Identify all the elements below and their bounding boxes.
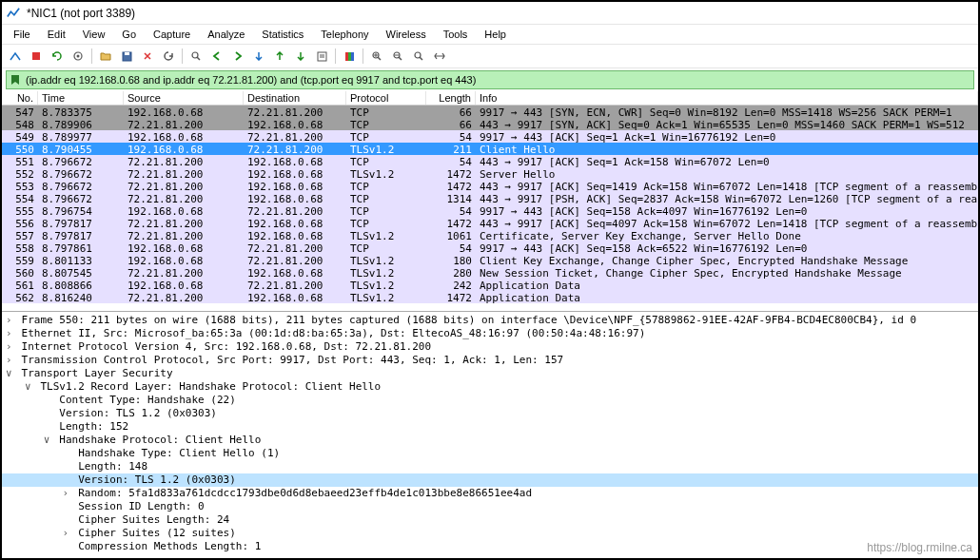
packet-row[interactable]: 5578.79781772.21.81.200192.168.0.68TLSv1… — [2, 229, 978, 241]
zoom-reset-icon[interactable] — [409, 47, 428, 66]
display-filter-bar — [6, 70, 974, 89]
detail-row[interactable]: › Ethernet II, Src: Microsof_ba:65:3a (0… — [2, 327, 978, 340]
svg-line-16 — [420, 57, 422, 60]
detail-row[interactable]: Version: TLS 1.2 (0x0303) — [2, 473, 978, 487]
menu-edit[interactable]: Edit — [40, 27, 73, 42]
reload-icon[interactable] — [159, 47, 178, 66]
col-src[interactable]: Source — [124, 91, 244, 105]
zoom-out-icon[interactable] — [388, 47, 407, 66]
col-dst[interactable]: Destination — [244, 91, 346, 105]
menu-analyze[interactable]: Analyze — [200, 27, 252, 42]
col-proto[interactable]: Protocol — [346, 91, 426, 105]
detail-row[interactable]: › Frame 550: 211 bytes on wire (1688 bit… — [2, 314, 978, 327]
menu-view[interactable]: View — [75, 27, 113, 42]
col-time[interactable]: Time — [38, 91, 124, 105]
menu-telephony[interactable]: Telephony — [313, 27, 376, 42]
packet-row[interactable]: 5598.801133192.168.0.6872.21.81.200TLSv1… — [2, 254, 978, 266]
detail-row[interactable]: Session ID Length: 0 — [2, 500, 978, 513]
zoom-in-icon[interactable] — [367, 47, 386, 66]
close-icon[interactable] — [138, 47, 157, 66]
cell-dst: 192.168.0.68 — [244, 291, 346, 303]
menu-file[interactable]: File — [6, 27, 38, 42]
restart-capture-icon[interactable] — [48, 47, 67, 66]
packet-row[interactable]: 5628.81624072.21.81.200192.168.0.68TLSv1… — [2, 291, 978, 303]
cell-src: 72.21.81.200 — [124, 229, 244, 241]
detail-row[interactable]: Handshake Type: Client Hello (1) — [2, 447, 978, 460]
capture-options-icon[interactable] — [69, 47, 88, 66]
menu-tools[interactable]: Tools — [436, 27, 476, 42]
cell-dst: 192.168.0.68 — [244, 180, 346, 192]
expand-icon[interactable]: › — [6, 314, 15, 327]
stop-capture-icon[interactable] — [27, 47, 46, 66]
svg-rect-8 — [345, 52, 348, 61]
packet-row[interactable]: 5568.79781772.21.81.200192.168.0.68TCP14… — [2, 217, 978, 229]
expand-icon[interactable]: › — [63, 527, 72, 540]
packet-row[interactable]: 5528.79667272.21.81.200192.168.0.68TLSv1… — [2, 167, 978, 180]
open-icon[interactable] — [96, 47, 115, 66]
detail-text: Content Type: Handshake (22) — [53, 394, 236, 406]
cell-len: 54 — [426, 130, 476, 143]
col-no[interactable]: No. — [2, 91, 38, 105]
display-filter-input[interactable] — [24, 74, 973, 86]
packet-row[interactable]: 5588.797861192.168.0.6872.21.81.200TCP54… — [2, 241, 978, 254]
start-capture-icon[interactable] — [6, 47, 25, 66]
packet-row[interactable]: 5618.808866192.168.0.6872.21.81.200TLSv1… — [2, 279, 978, 291]
expand-icon[interactable]: › — [6, 354, 15, 367]
packet-row[interactable]: 5558.796754192.168.0.6872.21.81.200TCP54… — [2, 204, 978, 217]
packet-row[interactable]: 5548.79667272.21.81.200192.168.0.68TCP13… — [2, 192, 978, 204]
detail-row[interactable]: › Internet Protocol Version 4, Src: 192.… — [2, 340, 978, 354]
menu-wireless[interactable]: Wireless — [379, 27, 434, 42]
packet-row[interactable]: 5518.79667272.21.81.200192.168.0.68TCP54… — [2, 155, 978, 167]
goto-first-icon[interactable] — [270, 47, 289, 66]
cell-proto: TCP — [346, 118, 426, 130]
detail-row[interactable]: Cipher Suites Length: 24 — [2, 513, 978, 527]
menu-capture[interactable]: Capture — [146, 27, 198, 42]
back-icon[interactable] — [207, 47, 226, 66]
cell-no: 560 — [2, 266, 38, 279]
col-len[interactable]: Length — [426, 91, 476, 105]
auto-scroll-icon[interactable] — [312, 47, 331, 66]
col-info[interactable]: Info — [476, 91, 978, 105]
colorize-icon[interactable] — [340, 47, 359, 66]
find-icon[interactable] — [186, 47, 206, 66]
packet-details-pane[interactable]: › Frame 550: 211 bytes on wire (1688 bit… — [2, 312, 978, 560]
detail-row[interactable]: Version: TLS 1.2 (0x0303) — [2, 407, 978, 420]
detail-row[interactable]: Compression Methods Length: 1 — [2, 540, 978, 553]
detail-row[interactable]: › Random: 5fa1d833a761dcdcc1793dbe0d6d8e… — [2, 487, 978, 500]
detail-row[interactable]: › Cipher Suites (12 suites) — [2, 527, 978, 540]
jump-icon[interactable] — [249, 47, 268, 66]
detail-text: Cipher Suites Length: 24 — [72, 513, 230, 526]
detail-row[interactable]: Length: 152 — [2, 420, 978, 434]
collapse-icon[interactable]: ∨ — [44, 434, 53, 447]
resize-columns-icon[interactable] — [430, 47, 449, 66]
save-icon[interactable] — [117, 47, 136, 66]
detail-row[interactable]: Content Type: Handshake (22) — [2, 394, 978, 407]
collapse-icon[interactable]: ∨ — [25, 380, 34, 394]
expand-icon[interactable]: › — [6, 340, 15, 354]
toolbar — [2, 44, 978, 68]
cell-dst: 72.21.81.200 — [244, 254, 346, 266]
filter-bookmark-icon[interactable] — [7, 74, 24, 86]
menu-go[interactable]: Go — [114, 27, 144, 42]
menu-help[interactable]: Help — [477, 27, 514, 42]
packet-row[interactable]: 5538.79667272.21.81.200192.168.0.68TCP14… — [2, 180, 978, 192]
forward-icon[interactable] — [228, 47, 247, 66]
cell-time: 8.797817 — [38, 217, 124, 229]
packet-row[interactable]: 5478.783375192.168.0.6872.21.81.200TCP66… — [2, 106, 978, 118]
menu-statistics[interactable]: Statistics — [254, 27, 311, 42]
packet-row[interactable]: 5488.78990672.21.81.200192.168.0.68TCP66… — [2, 118, 978, 130]
packet-row[interactable]: 5498.789977192.168.0.6872.21.81.200TCP54… — [2, 130, 978, 143]
packet-list-header[interactable]: No. Time Source Destination Protocol Len… — [2, 91, 978, 106]
expand-icon[interactable]: › — [6, 327, 15, 340]
detail-row[interactable]: ∨ Transport Layer Security — [2, 367, 978, 380]
packet-row[interactable]: 5508.790455192.168.0.6872.21.81.200TLSv1… — [2, 143, 978, 155]
packet-row[interactable]: 5608.80754572.21.81.200192.168.0.68TLSv1… — [2, 266, 978, 279]
detail-row[interactable]: ∨ TLSv1.2 Record Layer: Handshake Protoc… — [2, 380, 978, 394]
collapse-icon[interactable]: ∨ — [6, 367, 15, 380]
expand-icon[interactable]: › — [63, 487, 72, 500]
detail-row[interactable]: › Transmission Control Protocol, Src Por… — [2, 354, 978, 367]
cell-src: 72.21.81.200 — [124, 167, 244, 180]
detail-row[interactable]: ∨ Handshake Protocol: Client Hello — [2, 434, 978, 447]
goto-last-icon[interactable] — [291, 47, 310, 66]
detail-row[interactable]: Length: 148 — [2, 460, 978, 473]
